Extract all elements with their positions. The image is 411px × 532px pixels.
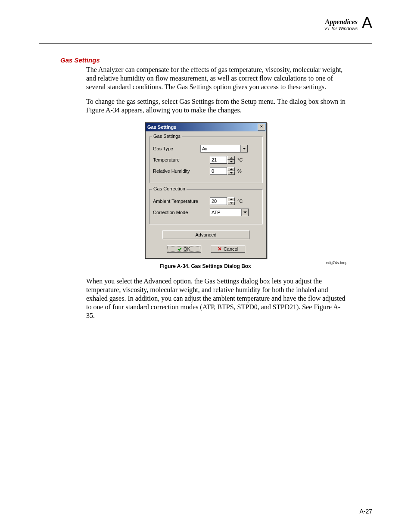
chevron-down-icon [243,148,246,149]
ambient-temperature-spin-buttons [227,197,235,205]
ok-button[interactable]: OK [167,245,201,253]
gas-type-row: Gas Type Air [153,145,259,152]
dialog-title: Gas Settings [147,124,258,130]
arrow-down-icon [230,202,233,204]
arrow-up-icon [230,199,233,200]
humidity-label: Relative Humidity [153,168,200,174]
close-button[interactable]: × [258,124,265,131]
section-heading: Gas Settings [60,56,372,64]
temperature-label: Temperature [153,157,200,162]
cancel-button-label: Cancel [224,246,238,252]
temperature-row: Temperature 21 °C [153,156,259,164]
gas-type-combobox[interactable]: Air [200,145,248,152]
humidity-spinbox[interactable]: 0 [210,167,235,175]
ambient-temperature-input[interactable]: 20 [210,197,227,205]
humidity-down-button[interactable] [227,171,235,175]
gas-settings-group: Gas Settings Gas Type Air Temperature [149,137,263,183]
ambient-temperature-row: Ambient Temperature 20 °C [153,197,259,205]
document-page: Appendices VT for Windows A Gas Settings… [0,0,411,532]
advanced-paragraph: When you select the Advanced option, the… [86,277,349,320]
advanced-button-label: Advanced [196,232,217,237]
page-number: A-27 [359,508,372,515]
header-divider [39,43,372,44]
ambient-up-button[interactable] [227,197,235,201]
arrow-up-icon [230,157,233,159]
header-appendices-label: Appendices [324,18,358,26]
humidity-spin-buttons [227,167,235,175]
humidity-input[interactable]: 0 [210,167,227,175]
arrow-down-icon [230,161,233,162]
x-icon: ✕ [218,247,222,251]
gas-type-value: Air [201,145,240,152]
gas-settings-dialog: Gas Settings × Gas Settings Gas Type Air [145,122,267,259]
header-subtitle: VT for Windows [324,26,358,31]
humidity-row: Relative Humidity 0 % [153,167,259,175]
dialog-titlebar: Gas Settings × [146,123,266,131]
gas-correction-group-legend: Gas Correction [152,186,187,191]
humidity-up-button[interactable] [227,167,235,171]
arrow-down-icon [230,172,233,174]
temperature-down-button[interactable] [227,160,235,164]
gas-correction-group: Gas Correction Ambient Temperature 20 °C [149,189,263,224]
correction-mode-value: ATP [210,209,241,216]
advanced-button[interactable]: Advanced [162,230,249,239]
ambient-down-button[interactable] [227,201,235,205]
chevron-down-icon [243,212,247,213]
correction-mode-dropdown-button[interactable] [241,209,248,216]
humidity-unit: % [237,168,242,174]
temperature-spinbox[interactable]: 21 [210,156,235,164]
correction-mode-label: Correction Mode [153,210,210,215]
header-section-letter: A [362,14,372,32]
gas-settings-group-legend: Gas Settings [152,134,182,139]
intro-paragraph-1: The Analyzer can compensate for the effe… [86,65,349,91]
close-icon: × [260,124,263,129]
temperature-spin-buttons [227,156,235,164]
figure-caption: Figure A-34. Gas Settings Dialog Box [39,263,372,269]
temperature-input[interactable]: 21 [210,156,227,164]
gas-type-label: Gas Type [153,146,200,151]
header-text-block: Appendices VT for Windows [324,18,358,31]
temperature-unit: °C [237,157,243,162]
page-header: Appendices VT for Windows A [39,17,372,43]
check-icon [177,247,182,251]
cancel-button[interactable]: ✕ Cancel [211,245,245,253]
arrow-up-icon [230,168,233,170]
gas-type-dropdown-button[interactable] [240,145,247,152]
figure-container: Gas Settings × Gas Settings Gas Type Air [145,122,266,259]
intro-paragraph-2: To change the gas settings, select Gas S… [86,97,349,115]
dialog-button-row: OK ✕ Cancel [149,245,263,253]
correction-mode-row: Correction Mode ATP [153,208,259,216]
ok-button-label: OK [184,246,190,252]
image-filename-reference: edg74s.bmp [326,261,348,265]
ambient-temperature-spinbox[interactable]: 20 [210,197,235,205]
ambient-temperature-label: Ambient Temperature [153,199,210,204]
ambient-temperature-unit: °C [237,199,243,204]
dialog-body: Gas Settings Gas Type Air Temperature [146,131,266,258]
correction-mode-combobox[interactable]: ATP [210,208,249,216]
temperature-up-button[interactable] [227,156,235,160]
